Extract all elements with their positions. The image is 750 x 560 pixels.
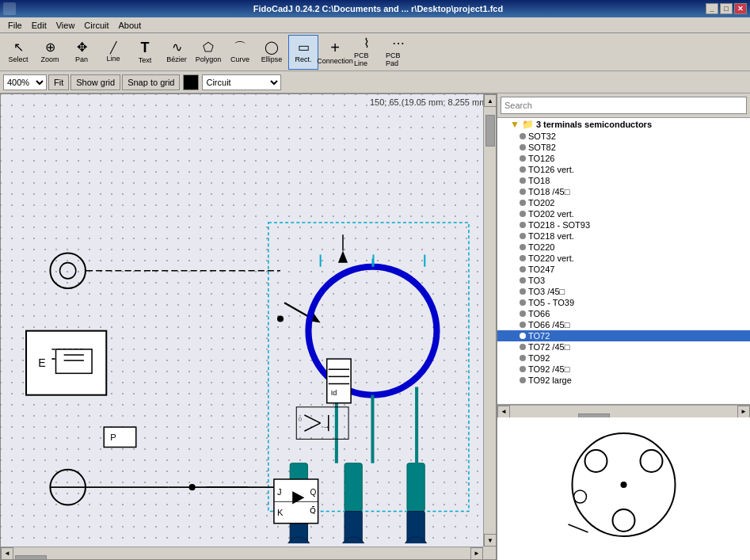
- list-item[interactable]: TO218 - SOT93: [497, 219, 750, 230]
- text-tool[interactable]: T Text: [130, 35, 160, 70]
- curve-tool[interactable]: ⌒ Curve: [225, 35, 255, 70]
- list-item[interactable]: TO92 large: [497, 375, 750, 386]
- item-dot: [520, 222, 526, 228]
- pcb-line-tool[interactable]: ⌇ PCB Line: [352, 35, 382, 70]
- hscroll-right-arrow[interactable]: ►: [470, 547, 483, 560]
- item-label: TO92 large: [528, 375, 572, 385]
- vscroll-track[interactable]: [484, 107, 496, 534]
- list-item[interactable]: TO92 /45□: [497, 364, 750, 375]
- list-item[interactable]: SOT82: [497, 142, 750, 153]
- svg-text:Q̄: Q̄: [310, 506, 316, 515]
- line-tool[interactable]: ╱ Line: [98, 35, 128, 70]
- zoom-tool[interactable]: ⊕ Zoom: [35, 35, 65, 70]
- canvas-vscrollbar[interactable]: ▲ ▼: [483, 94, 496, 547]
- svg-text:E: E: [38, 356, 45, 369]
- list-item[interactable]: TO126 vert.: [497, 164, 750, 175]
- vscroll-thumb[interactable]: [485, 115, 495, 147]
- select-tool[interactable]: ↖ Select: [3, 35, 33, 70]
- rect-tool[interactable]: ▭ Rect.: [288, 35, 318, 70]
- schematic-svg: E P: [1, 94, 496, 543]
- canvas-hscrollbar[interactable]: ◄ ►: [1, 547, 483, 559]
- search-input[interactable]: [501, 97, 747, 114]
- menu-edit[interactable]: Edit: [27, 19, 51, 32]
- list-item[interactable]: TO247: [497, 264, 750, 275]
- title-text: FidoCadJ 0.24.2 C:\Documents and ... r\D…: [253, 4, 503, 13]
- ellipse-icon: ◯: [265, 41, 279, 54]
- svg-text:Q: Q: [310, 488, 316, 497]
- svg-line-42: [304, 415, 320, 423]
- close-button[interactable]: ✕: [734, 3, 747, 14]
- list-item[interactable]: TO3 /45□: [497, 286, 750, 297]
- minimize-button[interactable]: _: [706, 3, 718, 14]
- maximize-button[interactable]: □: [720, 3, 733, 14]
- bezier-tool[interactable]: ∿ Bézier: [162, 35, 192, 70]
- list-item[interactable]: TO202: [497, 197, 750, 208]
- library-tree[interactable]: ▼ 📁 3 terminals semiconductors SOT32 SOT…: [497, 118, 750, 405]
- canvas-content[interactable]: E P: [1, 94, 496, 543]
- list-item[interactable]: TO18 /45□: [497, 186, 750, 197]
- list-item[interactable]: TO202 vert.: [497, 208, 750, 219]
- svg-point-1: [50, 253, 86, 288]
- item-dot: [520, 166, 526, 173]
- list-item[interactable]: TO220 vert.: [497, 253, 750, 264]
- layer-select[interactable]: Circuit PCB Top PCB Bottom: [202, 74, 281, 90]
- preview-svg: [497, 417, 750, 560]
- menu-circuit[interactable]: Circuit: [79, 19, 113, 32]
- main-area: 150; 65 (19.05 mm; 8.255 mm) E: [0, 93, 750, 560]
- item-label: TO126: [528, 154, 554, 163]
- lib-hscroll-left[interactable]: ◄: [497, 406, 510, 418]
- svg-rect-30: [407, 463, 424, 512]
- rect-label: Rect.: [295, 55, 311, 63]
- list-item[interactable]: TO66 /45□: [497, 319, 750, 330]
- list-item[interactable]: TO3: [497, 275, 750, 286]
- line-label: Line: [106, 55, 120, 63]
- item-dot: [520, 155, 526, 162]
- connection-tool[interactable]: + Connection: [320, 35, 350, 70]
- item-dot: [520, 144, 526, 150]
- menu-file[interactable]: File: [3, 19, 27, 32]
- list-item[interactable]: TO220: [497, 242, 750, 253]
- list-item[interactable]: TO218 vert.: [497, 230, 750, 242]
- ellipse-tool[interactable]: ◯ Ellipse: [257, 35, 287, 70]
- hscroll-thumb[interactable]: [15, 555, 47, 561]
- vscroll-down-arrow[interactable]: ▼: [484, 534, 497, 547]
- svg-text:○: ○: [298, 415, 303, 423]
- list-item[interactable]: TO66: [497, 308, 750, 319]
- lib-hscroll-right[interactable]: ►: [737, 406, 750, 418]
- menu-view[interactable]: View: [51, 19, 80, 32]
- item-label: SOT82: [528, 143, 556, 152]
- fit-button[interactable]: Fit: [48, 74, 69, 90]
- pcb-pad-tool[interactable]: ⋯ PCB Pad: [383, 35, 413, 70]
- pan-tool[interactable]: ✥ Pan: [67, 35, 97, 70]
- list-item[interactable]: SOT32: [497, 131, 750, 142]
- list-item[interactable]: TO18: [497, 175, 750, 186]
- zoom-select[interactable]: 400% 200% 100% 50%: [3, 74, 47, 90]
- canvas-area[interactable]: 150; 65 (19.05 mm; 8.255 mm) E: [0, 93, 497, 560]
- svg-text:K: K: [277, 508, 284, 517]
- folder-open-icon: ▼: [510, 119, 520, 130]
- list-item[interactable]: TO72 /45□: [497, 341, 750, 352]
- folder-icon: 📁: [522, 119, 534, 130]
- toolbar: ↖ Select ⊕ Zoom ✥ Pan ╱ Line T Text ∿ Bé…: [0, 33, 750, 71]
- library-hscrollbar[interactable]: ◄ ►: [497, 405, 750, 417]
- hscroll-left-arrow[interactable]: ◄: [1, 547, 13, 560]
- item-dot: [520, 200, 526, 206]
- vscroll-up-arrow[interactable]: ▲: [484, 94, 497, 107]
- item-label: TO18 /45□: [528, 187, 569, 196]
- curve-icon: ⌒: [234, 41, 246, 54]
- polygon-tool[interactable]: ⬠ Polygon: [193, 35, 223, 70]
- list-item[interactable]: TO126: [497, 153, 750, 164]
- select-label: Select: [8, 55, 28, 63]
- svg-text:Id: Id: [331, 389, 337, 397]
- tree-folder-root[interactable]: ▼ 📁 3 terminals semiconductors: [497, 118, 750, 131]
- list-item[interactable]: TO92: [497, 352, 750, 364]
- item-label: TO218 vert.: [528, 231, 574, 241]
- item-dot: [520, 266, 526, 272]
- snap-to-grid-button[interactable]: Snap to grid: [122, 74, 180, 90]
- menu-about[interactable]: About: [114, 19, 147, 32]
- item-dot: [520, 177, 526, 184]
- show-grid-button[interactable]: Show grid: [70, 74, 120, 90]
- list-item[interactable]: TO5 - TO39: [497, 297, 750, 308]
- color-picker[interactable]: [183, 74, 199, 90]
- list-item-to72[interactable]: TO72: [497, 330, 750, 341]
